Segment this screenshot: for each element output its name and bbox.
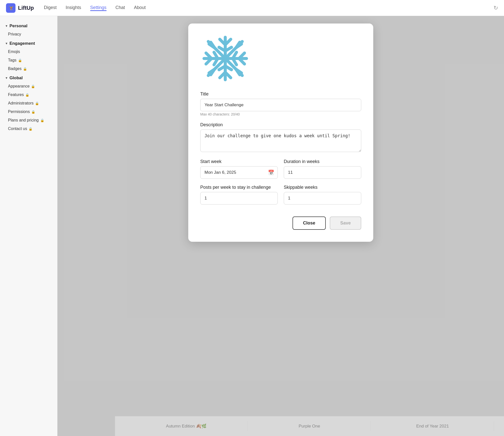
- nav-item-about[interactable]: About: [134, 5, 146, 11]
- start-week-group: Start week 📅: [200, 159, 278, 179]
- posts-per-week-label: Posts per week to stay in challenge: [200, 185, 278, 190]
- sidebar-section-engagement[interactable]: ▼ Engagement: [0, 38, 57, 48]
- nav-item-settings[interactable]: Settings: [90, 5, 106, 11]
- tags-label: Tags: [8, 58, 16, 62]
- description-textarea[interactable]: [200, 130, 361, 152]
- refresh-icon[interactable]: ↻: [494, 5, 498, 11]
- contact-lock-icon: 🔒: [28, 127, 32, 131]
- duration-input[interactable]: [284, 166, 361, 179]
- modal-footer: Close Save: [200, 216, 361, 230]
- sidebar-item-administrators[interactable]: Administrators 🔒: [0, 99, 57, 108]
- start-week-input[interactable]: [200, 166, 278, 179]
- sidebar-item-appearance[interactable]: Appearance 🔒: [0, 82, 57, 90]
- title-label: Title: [200, 92, 361, 97]
- personal-label: Personal: [10, 24, 28, 28]
- sidebar-item-contact-us[interactable]: Contact us 🔒: [0, 124, 57, 133]
- nav-item-insights[interactable]: Insights: [66, 5, 81, 11]
- emojis-label: Emojis: [8, 50, 20, 54]
- sidebar-item-privacy[interactable]: Privacy: [0, 30, 57, 38]
- sidebar-item-badges[interactable]: Badges 🔒: [0, 64, 57, 73]
- plans-and-pricing-label: Plans and pricing: [8, 118, 39, 122]
- sidebar-item-tags[interactable]: Tags 🔒: [0, 56, 57, 64]
- global-arrow: ▼: [5, 76, 8, 80]
- sidebar-item-permissions[interactable]: Permissions 🔒: [0, 108, 57, 116]
- nav-item-digest[interactable]: Digest: [44, 5, 57, 11]
- logo-text: LiftUp: [18, 5, 34, 11]
- administrators-lock-icon: 🔒: [35, 102, 39, 105]
- posts-skippable-row: Posts per week to stay in challenge Skip…: [200, 185, 361, 204]
- svg-text:🏋: 🏋: [9, 6, 14, 11]
- top-nav: 🏋 LiftUp Digest Insights Settings Chat A…: [0, 0, 504, 16]
- global-label: Global: [10, 76, 23, 80]
- sidebar: ▼ Personal Privacy ▼ Engagement Emojis T…: [0, 16, 58, 436]
- skippable-weeks-label: Skippable weeks: [284, 185, 361, 190]
- sidebar-section-global[interactable]: ▼ Global: [0, 73, 57, 82]
- tags-lock-icon: 🔒: [18, 58, 22, 62]
- engagement-arrow: ▼: [5, 42, 8, 45]
- permissions-lock-icon: 🔒: [31, 110, 35, 114]
- appearance-label: Appearance: [8, 84, 30, 88]
- posts-per-week-group: Posts per week to stay in challenge: [200, 185, 278, 204]
- contact-us-label: Contact us: [8, 126, 27, 131]
- features-label: Features: [8, 92, 24, 97]
- appearance-lock-icon: 🔒: [31, 84, 35, 88]
- main-content: Title Max 40 characters: 20/40 Descripti…: [58, 16, 504, 436]
- features-lock-icon: 🔒: [25, 93, 29, 97]
- sidebar-item-plans-and-pricing[interactable]: Plans and pricing 🔒: [0, 116, 57, 124]
- char-count: Max 40 characters: 20/40: [200, 112, 361, 116]
- sidebar-item-emojis[interactable]: Emojis: [0, 48, 57, 56]
- modal-dialog: Title Max 40 characters: 20/40 Descripti…: [188, 24, 373, 242]
- badges-lock-icon: 🔒: [23, 67, 27, 71]
- date-duration-row: Start week 📅 Duration in weeks: [200, 159, 361, 179]
- permissions-label: Permissions: [8, 110, 30, 114]
- app-logo[interactable]: 🏋 LiftUp: [6, 3, 34, 13]
- description-form-group: Description: [200, 122, 361, 153]
- modal-overlay: Title Max 40 characters: 20/40 Descripti…: [58, 16, 504, 436]
- modal-snowflake-container: [200, 34, 361, 84]
- page-layout: ▼ Personal Privacy ▼ Engagement Emojis T…: [0, 16, 504, 436]
- start-week-label: Start week: [200, 159, 278, 164]
- posts-per-week-input[interactable]: [200, 192, 278, 204]
- personal-arrow: ▼: [5, 24, 8, 28]
- sidebar-item-features[interactable]: Features 🔒: [0, 90, 57, 99]
- privacy-label: Privacy: [8, 32, 21, 36]
- administrators-label: Administrators: [8, 101, 34, 106]
- title-input[interactable]: [200, 99, 361, 111]
- title-form-group: Title Max 40 characters: 20/40: [200, 92, 361, 116]
- plans-lock-icon: 🔒: [40, 118, 44, 122]
- start-week-input-wrapper: 📅: [200, 166, 278, 179]
- duration-group: Duration in weeks: [284, 159, 361, 179]
- nav-items: Digest Insights Settings Chat About: [44, 5, 146, 11]
- nav-item-chat[interactable]: Chat: [116, 5, 125, 11]
- nav-right: ↻: [494, 5, 498, 11]
- badges-label: Badges: [8, 66, 22, 71]
- save-button[interactable]: Save: [330, 216, 361, 230]
- logo-icon: 🏋: [6, 3, 16, 13]
- skippable-weeks-input[interactable]: [284, 192, 361, 204]
- sidebar-section-personal[interactable]: ▼ Personal: [0, 21, 57, 30]
- duration-label: Duration in weeks: [284, 159, 361, 164]
- skippable-weeks-group: Skippable weeks: [284, 185, 361, 204]
- snowflake-icon: [200, 34, 250, 84]
- close-button[interactable]: Close: [292, 216, 326, 230]
- engagement-label: Engagement: [10, 41, 35, 46]
- description-label: Description: [200, 122, 361, 128]
